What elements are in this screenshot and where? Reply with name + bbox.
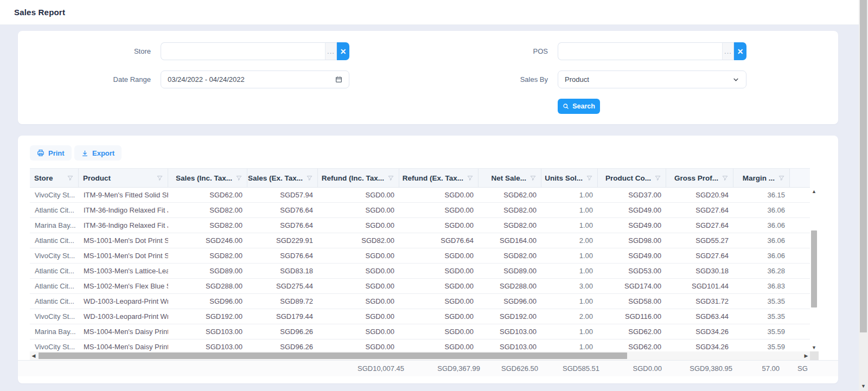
column-header-label: Store bbox=[34, 174, 53, 182]
table-cell-empty bbox=[790, 324, 810, 339]
table-cell: SGD96.00 bbox=[168, 294, 247, 309]
table-cell: SGD82.00 bbox=[168, 248, 247, 263]
table-cell: SGD0.00 bbox=[399, 188, 478, 202]
app-header: Sales Report bbox=[0, 0, 859, 25]
page-scroll-thumb[interactable] bbox=[860, 0, 867, 332]
column-header-11[interactable]: Margin ... bbox=[733, 169, 790, 187]
table-row[interactable]: Marina Bay...MS-1004-Men's Daisy Print S… bbox=[30, 324, 810, 339]
table-row[interactable]: Marina Bay...ITM-36-Indigo Relaxed Fit J… bbox=[30, 218, 810, 233]
pos-clear-button[interactable]: ✕ bbox=[734, 42, 746, 60]
table-cell: SGD62.00 bbox=[598, 339, 666, 351]
total-net-sales: SGD9,380.95 bbox=[690, 361, 732, 376]
calendar-icon[interactable] bbox=[335, 76, 342, 83]
table-cell: SGD174.00 bbox=[598, 279, 666, 293]
table-row[interactable]: Atlantic Cit...WD-1003-Leopard-Print Wra… bbox=[30, 294, 810, 309]
store-input[interactable] bbox=[161, 42, 325, 60]
pos-input[interactable] bbox=[558, 42, 722, 60]
table-cell: SGD57.94 bbox=[247, 188, 318, 202]
table-cell: SGD103.00 bbox=[478, 324, 541, 339]
column-header-10[interactable]: Gross Prof... bbox=[666, 169, 733, 187]
store-clear-button[interactable]: ✕ bbox=[337, 42, 349, 60]
filter-funnel-icon[interactable] bbox=[67, 175, 74, 182]
table-cell: SGD34.26 bbox=[666, 339, 733, 351]
vertical-scroll-thumb[interactable] bbox=[811, 230, 817, 307]
column-header-label: Product bbox=[83, 174, 111, 182]
table-cell-empty bbox=[790, 294, 810, 309]
column-header-7[interactable]: Net Sale... bbox=[478, 169, 541, 187]
table-cell: MS-1004-Men's Daisy Print S... bbox=[79, 339, 168, 351]
table-cell: 36.06 bbox=[733, 203, 790, 217]
filter-funnel-icon[interactable] bbox=[722, 175, 729, 182]
table-cell: SGD0.00 bbox=[318, 218, 399, 233]
scroll-right-arrow-icon[interactable]: ▶ bbox=[802, 351, 810, 360]
column-header-4[interactable]: Sales (Ex. Tax... bbox=[247, 169, 318, 187]
filter-funnel-icon[interactable] bbox=[306, 175, 313, 182]
table-row[interactable]: VivoCity St...MS-1001-Men's Dot Print Sh… bbox=[30, 248, 810, 264]
table-cell: SGD0.00 bbox=[318, 279, 399, 293]
table-cell: SGD116.00 bbox=[598, 309, 666, 324]
column-header-label: Margin ... bbox=[743, 174, 775, 182]
pos-more-button[interactable]: ... bbox=[722, 42, 734, 60]
table-row[interactable]: VivoCity St...MS-1004-Men's Daisy Print … bbox=[30, 339, 810, 351]
column-header-8[interactable]: Units Sol... bbox=[541, 169, 598, 187]
filter-funnel-icon[interactable] bbox=[654, 175, 661, 182]
table-cell: Atlantic Cit... bbox=[30, 279, 79, 293]
table-cell: SGD53.00 bbox=[598, 264, 666, 278]
column-header-5[interactable]: Refund (Inc. Tax... bbox=[318, 169, 399, 187]
filter-funnel-icon[interactable] bbox=[235, 175, 242, 182]
table-row[interactable]: Atlantic Cit...MS-1003-Men's Lattice-Lea… bbox=[30, 264, 810, 279]
table-cell: MS-1004-Men's Daisy Print S... bbox=[79, 324, 168, 339]
filter-funnel-icon[interactable] bbox=[467, 175, 474, 182]
column-header-6[interactable]: Refund (Ex. Tax... bbox=[399, 169, 478, 187]
table-cell: 36.15 bbox=[733, 188, 790, 202]
search-button[interactable]: Search bbox=[558, 99, 600, 114]
table-cell: 1.00 bbox=[541, 324, 598, 339]
store-more-button[interactable]: ... bbox=[325, 42, 337, 60]
print-button[interactable]: Print bbox=[30, 145, 72, 161]
column-header-1[interactable]: Store bbox=[30, 169, 79, 187]
grid-horizontal-scrollbar[interactable]: ◀ ▶ bbox=[30, 351, 810, 360]
column-header-3[interactable]: Sales (Inc. Tax... bbox=[168, 169, 247, 187]
filter-funnel-icon[interactable] bbox=[387, 175, 394, 182]
scroll-up-arrow-icon[interactable]: ▲ bbox=[810, 188, 818, 195]
table-cell: Atlantic Cit... bbox=[30, 233, 79, 248]
table-cell: 36.28 bbox=[733, 264, 790, 278]
horizontal-scroll-thumb[interactable] bbox=[39, 352, 627, 359]
table-cell: 35.35 bbox=[733, 294, 790, 309]
filter-funnel-icon[interactable] bbox=[778, 175, 785, 182]
table-cell: VivoCity St... bbox=[30, 339, 79, 351]
table-cell: ITM-36-Indigo Relaxed Fit Je... bbox=[79, 218, 168, 233]
sales-by-select[interactable]: Product bbox=[558, 70, 746, 88]
filter-funnel-icon[interactable] bbox=[586, 175, 593, 182]
table-row[interactable]: Atlantic Cit...MS-1001-Men's Dot Print S… bbox=[30, 233, 810, 248]
table-cell: SGD0.00 bbox=[399, 264, 478, 278]
grid-vertical-scrollbar[interactable]: ▲ ▼ bbox=[810, 188, 818, 351]
table-cell: MS-1002-Men's Flex Blue Shirt bbox=[79, 279, 168, 293]
table-cell: SGD0.00 bbox=[399, 339, 478, 351]
table-cell: SGD192.00 bbox=[478, 309, 541, 324]
scroll-left-arrow-icon[interactable]: ◀ bbox=[30, 351, 37, 360]
table-row[interactable]: VivoCity St...ITM-9-Men's Fitted Solid S… bbox=[30, 188, 810, 203]
page-vertical-scrollbar[interactable]: ▼ bbox=[859, 0, 868, 391]
table-row[interactable]: VivoCity St...WD-1003-Leopard-Print Wra.… bbox=[30, 309, 810, 324]
column-header-2[interactable]: Product bbox=[79, 169, 168, 187]
printer-icon bbox=[37, 149, 44, 157]
table-cell: SGD62.00 bbox=[168, 188, 247, 202]
table-cell: SGD275.44 bbox=[247, 279, 318, 293]
filter-funnel-icon[interactable] bbox=[529, 175, 537, 182]
table-cell: MS-1003-Men's Lattice-Leaf ... bbox=[79, 264, 168, 278]
date-range-input[interactable]: 03/24/2022 - 04/24/2022 bbox=[161, 70, 349, 88]
export-button[interactable]: Export bbox=[74, 145, 122, 161]
column-header-9[interactable]: Product Co... bbox=[598, 169, 666, 187]
table-row[interactable]: Atlantic Cit...ITM-36-Indigo Relaxed Fit… bbox=[30, 203, 810, 218]
scroll-down-arrow-icon[interactable]: ▼ bbox=[810, 344, 818, 351]
total-units-sold: 57.00 bbox=[762, 361, 780, 376]
table-cell: SGD63.44 bbox=[666, 309, 733, 324]
table-cell: SGD58.00 bbox=[598, 294, 666, 309]
table-cell: MS-1001-Men's Dot Print Shirt bbox=[79, 248, 168, 263]
page-scroll-down-arrow-icon[interactable]: ▼ bbox=[859, 382, 868, 390]
table-cell: 1.00 bbox=[541, 339, 598, 351]
filter-funnel-icon[interactable] bbox=[156, 175, 163, 182]
table-row[interactable]: Atlantic Cit...MS-1002-Men's Flex Blue S… bbox=[30, 279, 810, 294]
table-cell: SGD0.00 bbox=[318, 324, 399, 339]
